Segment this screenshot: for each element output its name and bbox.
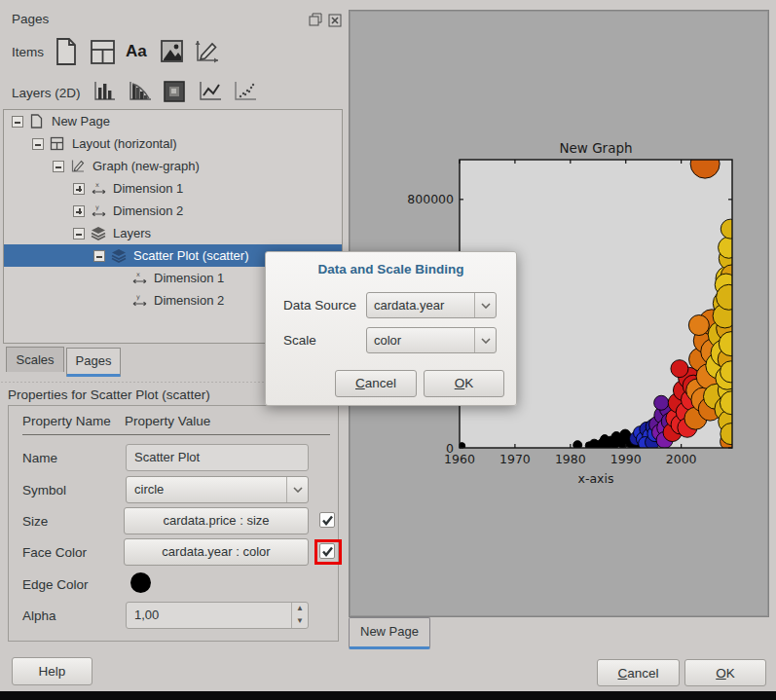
tree-item-layers[interactable]: Layers	[4, 222, 342, 244]
size-enabled-checkbox[interactable]	[319, 512, 335, 528]
scatter-plot-layer-icon[interactable]	[233, 80, 258, 109]
tree-item-layout[interactable]: Layout (horizontal)	[4, 132, 342, 155]
chevron-down-icon	[474, 293, 496, 317]
dimension-x-icon: x	[131, 271, 149, 285]
expander-minus-icon[interactable]	[93, 250, 105, 262]
expander-minus-icon[interactable]	[32, 138, 44, 150]
svg-text:y: y	[95, 203, 99, 211]
dialog-cancel-button[interactable]: Cancel	[335, 370, 417, 397]
expander-plus-icon[interactable]	[73, 205, 85, 217]
face-color-binding-button[interactable]: cardata.year : color	[124, 538, 309, 566]
expander-minus-icon[interactable]	[12, 116, 23, 128]
bar-chart-layer-icon[interactable]	[92, 80, 118, 109]
cancel-button-label: Cancel	[598, 660, 679, 686]
histogram-layer-icon[interactable]	[128, 80, 153, 109]
tree-item-label: Dimension 2	[154, 293, 224, 308]
spin-up-icon: ▲	[292, 603, 308, 615]
tab-scales[interactable]: Scales	[6, 347, 64, 372]
page-tab-new-page[interactable]: New Page	[349, 617, 430, 649]
dimension-x-icon: x	[91, 181, 108, 196]
alpha-spinner[interactable]: 1,00 ▲▼	[126, 602, 309, 629]
data-source-label: Data Source	[283, 298, 356, 313]
layers-icon	[111, 248, 129, 263]
tree-item-dimension-1[interactable]: x Dimension 1	[4, 177, 342, 200]
scale-select[interactable]: color	[366, 327, 497, 353]
application-window: Pages Items Aa Layers (2D)	[0, 0, 776, 700]
ok-button[interactable]: OK	[684, 659, 766, 686]
name-label: Name	[22, 451, 57, 465]
ok-button-label: OK	[685, 660, 765, 686]
data-source-select[interactable]: cardata.year	[366, 292, 497, 318]
tree-item-label: Dimension 2	[113, 203, 183, 218]
tree-item-label: Graph (new-graph)	[92, 159, 200, 173]
image-plot-layer-icon[interactable]	[163, 80, 188, 109]
image-tool-icon[interactable]	[160, 39, 185, 68]
svg-text:1970: 1970	[499, 452, 531, 466]
chevron-down-icon	[286, 477, 308, 502]
dialog-cancel-label: Cancel	[336, 371, 416, 396]
tree-item-label: Layers	[113, 226, 151, 240]
svg-text:x-axis: x-axis	[578, 471, 614, 486]
dialog-ok-label: OK	[425, 371, 503, 396]
symbol-label: Symbol	[22, 483, 66, 497]
tree-item-label: Dimension 1	[154, 271, 224, 285]
layout-icon	[50, 136, 67, 151]
properties-table: Property Name Property Value Name Scatte…	[8, 405, 339, 642]
svg-text:2000: 2000	[666, 452, 697, 466]
float-dock-icon[interactable]	[309, 13, 323, 27]
layout-tool-icon[interactable]	[90, 39, 115, 68]
symbol-select[interactable]: circle	[126, 476, 309, 503]
svg-text:1980: 1980	[555, 452, 586, 466]
tree-item-label: Scatter Plot (scatter)	[133, 248, 248, 263]
face-color-enabled-checkbox[interactable]	[319, 543, 335, 559]
alpha-label: Alpha	[22, 608, 56, 623]
graph-icon	[70, 159, 88, 173]
tree-item-new-page[interactable]: New Page	[4, 110, 342, 132]
properties-title: Properties for Scatter Plot (scatter)	[8, 387, 210, 402]
tree-item-label: New Page	[52, 114, 110, 129]
edge-color-label: Edge Color	[22, 577, 89, 592]
tab-pages[interactable]: Pages	[66, 348, 121, 377]
dock-title: Pages	[12, 12, 49, 26]
close-dock-icon[interactable]	[328, 13, 343, 27]
attention-highlight-box	[314, 539, 342, 565]
dialog-ok-button[interactable]: OK	[424, 370, 504, 397]
chevron-down-icon	[474, 328, 496, 352]
col-property-name: Property Name	[22, 414, 111, 428]
svg-text:1960: 1960	[444, 452, 475, 466]
tree-item-label: Dimension 1	[113, 181, 183, 196]
help-button[interactable]: Help	[12, 657, 92, 685]
name-input[interactable]: Scatter Plot	[126, 444, 309, 471]
text-tool-icon[interactable]: Aa	[126, 42, 151, 71]
items-label: Items	[12, 45, 44, 59]
layers-icon	[91, 226, 108, 240]
svg-text:New Graph: New Graph	[559, 140, 632, 156]
tree-item-graph[interactable]: Graph (new-graph)	[4, 155, 342, 177]
data-scale-binding-dialog: Data and Scale Binding Data Source carda…	[265, 251, 517, 406]
spin-down-icon: ▼	[292, 615, 308, 628]
size-label: Size	[22, 514, 48, 529]
cancel-button[interactable]: Cancel	[597, 659, 680, 686]
spinner-arrows[interactable]: ▲▼	[291, 603, 308, 628]
dimension-y-icon: y	[131, 293, 149, 308]
line-plot-layer-icon[interactable]	[198, 80, 223, 109]
col-property-value: Property Value	[125, 414, 210, 428]
help-button-label: Help	[39, 664, 66, 679]
face-color-label: Face Color	[22, 545, 87, 560]
tree-item-dimension-2[interactable]: y Dimension 2	[4, 200, 342, 222]
window-bottom-edge	[0, 691, 776, 700]
dimension-y-icon: y	[91, 203, 108, 218]
expander-minus-icon[interactable]	[73, 228, 85, 239]
expander-plus-icon[interactable]	[73, 183, 85, 195]
graph-tool-icon[interactable]	[194, 38, 219, 67]
svg-text:y: y	[136, 293, 140, 301]
edge-color-swatch[interactable]	[130, 572, 151, 593]
dialog-title: Data and Scale Binding	[266, 262, 516, 276]
scale-label: Scale	[283, 333, 316, 348]
symbol-value: circle	[134, 482, 164, 497]
new-page-tool-icon[interactable]	[55, 37, 80, 66]
svg-text:1990: 1990	[610, 452, 642, 466]
expander-minus-icon[interactable]	[53, 161, 64, 172]
size-binding-button[interactable]: cardata.price : size	[124, 507, 309, 534]
alpha-value: 1,00	[134, 608, 159, 622]
